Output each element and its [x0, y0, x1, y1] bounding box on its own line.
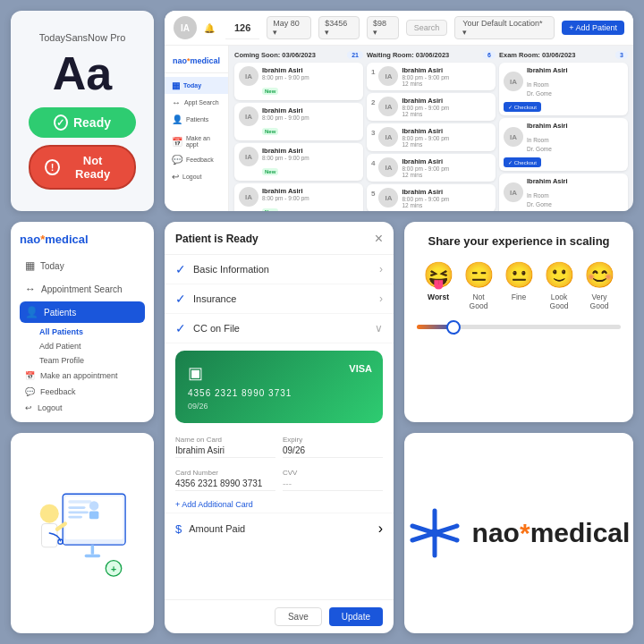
sidebar-action-logout[interactable]: ↩ Logout [20, 400, 145, 416]
card-form-row1: Name on Card Ibrahim Asiri Expiry 09/26 [165, 430, 394, 463]
modal-title: Patient is Ready [175, 233, 258, 245]
emoji-worst[interactable]: 😝 Worst [423, 260, 454, 310]
table-row[interactable]: 4 IA Ibrahim Asiri 8:00 pm - 9:00 pm 12 … [367, 154, 496, 182]
location-dropdown[interactable]: Your Default Location* ▾ [454, 16, 555, 39]
sidebar-item-logout[interactable]: ↩Logout [165, 168, 228, 185]
emoji-very-good[interactable]: 😊 VeryGood [584, 260, 615, 310]
main-app-card: IA 🔔 126 May 80 ▾ $3456 ▾ $98 ▾ Search Y… [165, 11, 633, 211]
coming-soon-list: IA Ibrahim Asiri 8:00 pm - 9:00 pm New I… [234, 63, 363, 211]
logo-brand-name: nao*medical [472, 520, 631, 547]
amount-dropdown1[interactable]: $3456 ▾ [318, 16, 360, 39]
chip-icon: ▣ [188, 363, 370, 383]
sidebar-logo: nao*medical [165, 53, 228, 73]
table-row[interactable]: IA Ibrahim Asiri 8:00 pm - 9:00 pm New [234, 143, 363, 181]
sidebar-item-feedback[interactable]: 💬Feedback [165, 151, 228, 168]
modal-header: Patient is Ready × [165, 222, 394, 255]
illustration-card: + [11, 433, 154, 633]
exam-room-column: Exam Room: 03/06/2023 3 IA Ibrahim Asiri… [499, 51, 628, 206]
sidebar-sub-team-profile[interactable]: Team Profile [20, 353, 145, 368]
visa-card: ▣ 4356 2321 8990 3731 09/26 VISA [175, 351, 383, 423]
waiting-room-column: Waiting Room: 03/06/2023 6 1 IA Ibrahim … [367, 51, 496, 206]
checkout-button[interactable]: ✓ Checkout [504, 102, 541, 112]
table-row[interactable]: 3 IA Ibrahim Asiri 8:00 pm - 9:00 pm 12 … [367, 123, 496, 151]
table-row[interactable]: 1 IA Ibrahim Asiri 8:00 pm - 9:00 pm 12 … [367, 63, 496, 90]
sidebar-nav-patients[interactable]: 👤 Patients [20, 301, 145, 323]
look-good-label: LookGood [550, 292, 569, 310]
basic-info-section[interactable]: ✓ Basic Information › [165, 255, 394, 284]
alert-icon: ! [45, 159, 60, 175]
emoji-fine[interactable]: 😐 Fine [504, 260, 535, 310]
checkout-button[interactable]: ✓ Checkout [504, 157, 541, 167]
svg-rect-7 [85, 555, 101, 558]
not-good-emoji: 😑 [463, 260, 495, 290]
sidebar-nav-today[interactable]: ▦ Today [20, 255, 145, 276]
cvv-value: --- [283, 479, 383, 491]
sidebar-sub-add-patient[interactable]: Add Patient [20, 339, 145, 353]
sidebar-item-make-appt[interactable]: 📅Make an appt [165, 131, 228, 151]
chevron-right-icon: › [378, 521, 383, 537]
table-row[interactable]: IA Ibrahim Asiri 8:00 pm - 9:00 pm New [234, 183, 363, 211]
search-input[interactable]: Search [406, 20, 448, 36]
modal-close-button[interactable]: × [375, 231, 383, 247]
basic-info-label: Basic Information [193, 264, 269, 275]
table-row[interactable]: IA Ibrahim Asiri 8:00 pm - 9:00 pm New [234, 103, 363, 140]
date-dropdown[interactable]: May 80 ▾ [267, 16, 311, 39]
cc-on-file-section[interactable]: ✓ CC on File ∨ [165, 314, 394, 343]
emoji-look-good[interactable]: 🙂 LookGood [544, 260, 575, 310]
amount-paid-section[interactable]: $ Amount Paid › [165, 513, 394, 544]
look-good-emoji: 🙂 [544, 260, 575, 290]
coming-soon-count: 21 [347, 51, 363, 59]
ready-button[interactable]: ✓ Ready [29, 107, 136, 138]
check-icon: ✓ [54, 114, 68, 131]
emoji-row: 😝 Worst 😑 NotGood 😐 Fine 🙂 LookGood 😊 Ve… [423, 260, 615, 310]
font-name: TodaySansNow Pro [39, 32, 126, 43]
rating-slider[interactable] [417, 325, 621, 329]
check-icon: ✓ [175, 292, 186, 306]
coming-soon-title: Coming Soon: 03/06/2023 [234, 51, 316, 59]
save-button[interactable]: Save [275, 607, 322, 626]
sidebar-action-feedback[interactable]: 💬 Feedback [20, 384, 145, 400]
slider-thumb[interactable] [446, 320, 461, 335]
appt-action-icon: 📅 [25, 371, 35, 380]
table-row[interactable]: 2 IA Ibrahim Asiri 8:00 pm - 9:00 pm 12 … [367, 93, 496, 121]
exam-room-list: IA Ibrahim Asiri In Room Dr. Gome ✓ Chec… [499, 63, 628, 211]
waiting-room-title: Waiting Room: 03/06/2023 [367, 51, 449, 59]
sidebar-sub-all-patients[interactable]: All Patients [20, 325, 145, 339]
add-patient-button[interactable]: + Add Patient [562, 21, 624, 35]
update-button[interactable]: Update [329, 607, 383, 626]
expiry-label: Expiry [283, 436, 383, 444]
card-expiry: 09/26 [188, 402, 370, 411]
waiting-room-count: 6 [483, 51, 496, 59]
app-sidebar: nao*medical ▦Today ↔Appt Search 👤Patient… [165, 46, 229, 211]
svg-text:+: + [111, 564, 116, 574]
sidebar-item-patients[interactable]: 👤Patients [165, 111, 228, 128]
logo-card: nao*medical [404, 433, 633, 633]
table-row[interactable]: IA Ibrahim Asiri 8:00 pm - 9:00 pm New [234, 63, 363, 100]
rating-title: Share your experience in scaling [428, 234, 609, 248]
svg-rect-2 [68, 500, 91, 504]
chevron-right-icon: › [379, 292, 383, 305]
check-icon: ✓ [175, 321, 186, 335]
emoji-not-good[interactable]: 😑 NotGood [463, 260, 495, 310]
amount-dropdown2[interactable]: $98 ▾ [367, 16, 399, 39]
very-good-emoji: 😊 [584, 260, 615, 290]
fine-emoji: 😐 [504, 260, 535, 290]
sidebar-nav-appt[interactable]: ↔ Appointment Search [20, 278, 145, 300]
insurance-section[interactable]: ✓ Insurance › [165, 284, 394, 314]
sidebar-item-today[interactable]: ▦Today [165, 77, 228, 94]
card-number: 4356 2321 8990 3731 [188, 388, 370, 398]
add-card-link[interactable]: + Add Additional Card [165, 496, 394, 513]
not-ready-button[interactable]: ! Not Ready [29, 145, 136, 190]
cc-label: CC on File [193, 323, 240, 334]
card-number-label: Card Number [175, 469, 275, 477]
sidebar-item-appt-search[interactable]: ↔Appt Search [165, 94, 228, 111]
doctor-illustration: + [20, 442, 145, 624]
table-row[interactable]: IA Ibrahim Asiri In Room Dr. Gome ✓ Chec… [499, 63, 628, 115]
table-row[interactable]: 5 IA Ibrahim Asiri 8:00 pm - 9:00 pm 12 … [367, 184, 496, 211]
asterisk-icon [408, 506, 462, 560]
sidebar-ui-logo: nao*medical [20, 233, 145, 246]
table-row[interactable]: IA Ibrahim Asiri In Room Dr. Gome ✓ Chec… [499, 174, 628, 211]
table-row[interactable]: IA Ibrahim Asiri In Room Dr. Gome ✓ Chec… [499, 118, 628, 171]
appt-icon: ↔ [25, 283, 36, 295]
sidebar-action-make-appt[interactable]: 📅 Make an appointment [20, 368, 145, 384]
